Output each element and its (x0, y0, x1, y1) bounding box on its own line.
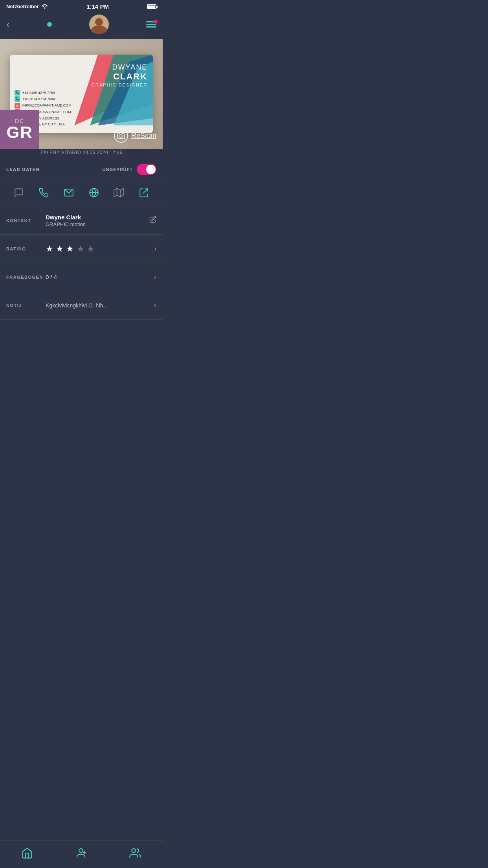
fragebogen-chevron: › (154, 273, 156, 281)
notiz-label: NOTIZ (6, 303, 46, 308)
toggle-knob (146, 165, 156, 174)
globe-action-icon[interactable] (85, 184, 103, 201)
initials-badge: DC GR (0, 110, 39, 149)
carrier-label: Netzbetreiber (6, 4, 39, 9)
card-phone-2: +18 3874 8714 7684 (22, 96, 55, 102)
chat-action-icon[interactable] (10, 184, 28, 201)
card-job-title: GRAPHIC DESIGNER (92, 83, 148, 87)
avatar-image (89, 15, 109, 34)
contact-name: Dwyne Clark (46, 214, 149, 221)
map-action-icon[interactable] (110, 184, 127, 201)
card-email: INFO@COMPANYNAME.COM (22, 103, 72, 108)
star-4: ★ (77, 244, 85, 254)
status-right (147, 4, 156, 9)
notiz-value: Kgkclvlvlcngkhlvl O. hlh... (46, 302, 154, 309)
battery-icon (147, 4, 156, 9)
card-phone-1: +18 2485 4275 7789 (22, 90, 55, 96)
svg-point-0 (120, 135, 123, 138)
contact-label: KONTAKT (6, 218, 46, 223)
share-action-icon[interactable] (135, 184, 152, 201)
card-last-name: CLARK (92, 72, 148, 82)
star-1: ★ (46, 244, 54, 254)
rating-label: RATING (6, 246, 46, 251)
rating-row[interactable]: RATING ★ ★ ★ ★ ★ › (0, 235, 163, 263)
fragebogen-value: 0 / 4 (46, 274, 154, 280)
fragebogen-label: FRAGEBOGEN (6, 275, 46, 280)
card-email-row: @ INFO@COMPANYNAME.COM (15, 103, 72, 108)
notiz-chevron: › (154, 301, 156, 309)
status-toggle[interactable] (137, 164, 156, 175)
card-phone-row-1: 📞 +18 2485 4275 7789 (15, 90, 72, 96)
phone-action-icon[interactable] (35, 184, 52, 201)
card-phone-row-2: 📞 +18 3874 8714 7684 (15, 96, 72, 102)
status-bar: Netzbetreiber 1:14 PM (0, 0, 163, 11)
lead-header: LEAD DATEN UNGEPRÜFT (0, 159, 163, 180)
email-icon: @ (15, 103, 20, 108)
rescan-label: ReScan (131, 132, 156, 140)
card-first-name: DWYANE (112, 63, 147, 71)
user-info-row: ZALENY VITARIO 20.05.2020 12:36 (0, 149, 163, 159)
email-action-icon[interactable] (60, 184, 77, 201)
camera-icon (114, 129, 128, 143)
menu-line-2 (146, 24, 156, 25)
nav-indicator-dot (47, 22, 52, 27)
phone-icon-2: 📞 (15, 96, 20, 102)
rating-stars: ★ ★ ★ ★ ★ (46, 244, 154, 254)
phone-icon-1: 📞 (15, 90, 20, 96)
notiz-row[interactable]: NOTIZ Kgkclvlvlcngkhlvl O. hlh... › (0, 291, 163, 320)
star-2: ★ (56, 244, 64, 254)
back-button[interactable]: ‹ (6, 18, 10, 31)
svg-marker-4 (114, 188, 124, 197)
rating-chevron: › (154, 245, 156, 253)
status-left: Netzbetreiber (6, 3, 48, 10)
menu-notification-dot (154, 20, 158, 24)
initials-main: GR (7, 124, 33, 141)
avatar[interactable] (89, 15, 109, 34)
lead-title: LEAD DATEN (6, 167, 40, 172)
ungepruft-label: UNGEPRÜFT (103, 167, 133, 172)
wifi-icon (41, 3, 48, 10)
card-name-block: DWYANE CLARK GRAPHIC DESIGNER (92, 63, 148, 87)
nav-bar: ‹ (0, 11, 163, 39)
lead-right: UNGEPRÜFT (103, 164, 156, 175)
card-image-area: DWYANE CLARK GRAPHIC DESIGNER 📞 +18 2485… (0, 39, 163, 149)
menu-line-3 (146, 26, 156, 28)
contact-company: GRAPHIC motion (46, 221, 149, 227)
contact-value: Dwyne Clark GRAPHIC motion (46, 214, 149, 227)
menu-button[interactable] (146, 21, 156, 28)
user-date-text: ZALENY VITARIO 20.05.2020 12:36 (40, 150, 122, 155)
contact-row: KONTAKT Dwyne Clark GRAPHIC motion (0, 206, 163, 235)
star-3: ★ (66, 244, 75, 254)
edit-icon[interactable] (149, 216, 156, 225)
lead-section: ZALENY VITARIO 20.05.2020 12:36 LEAD DAT… (0, 149, 163, 351)
rescan-button[interactable]: ReScan (114, 129, 156, 143)
time-display: 1:14 PM (86, 3, 109, 10)
fragebogen-row[interactable]: FRAGEBOGEN 0 / 4 › (0, 263, 163, 291)
star-5: ★ (87, 244, 95, 254)
action-icons-row (0, 180, 163, 206)
